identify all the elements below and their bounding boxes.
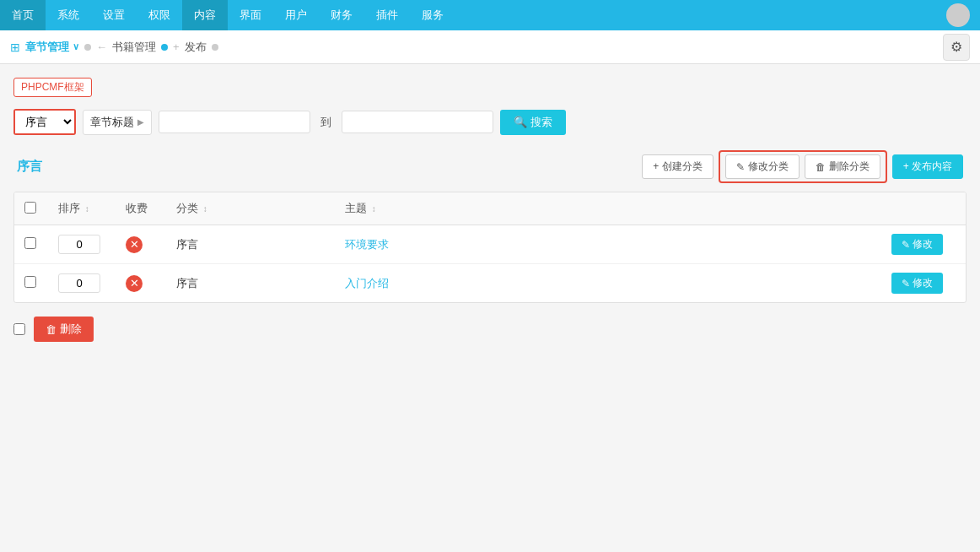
col-check-header	[14, 192, 48, 225]
nav-home[interactable]: 首页	[0, 0, 46, 30]
rank-input-1[interactable]	[58, 273, 100, 293]
nav-interface[interactable]: 界面	[228, 0, 273, 30]
breadcrumb-dot1	[84, 44, 91, 51]
sort-icon-rank: ↕	[85, 204, 89, 214]
row-edit-button-1[interactable]: ✎ 修改	[891, 273, 943, 294]
row-edit-label-1: 修改	[913, 276, 933, 290]
nav-content[interactable]: 内容	[182, 0, 228, 30]
create-category-label: + 创建分类	[653, 160, 702, 174]
col-category-label: 分类	[176, 202, 198, 214]
sort-icon-cat: ↕	[203, 204, 207, 214]
row-charge-cell: ✕	[116, 264, 166, 303]
col-subject-label: 主题	[345, 202, 367, 214]
field-arrow-icon: ▶	[137, 117, 144, 127]
bottom-bar: 🗑 删除	[13, 317, 967, 342]
publish-content-button[interactable]: + 发布内容	[892, 154, 963, 179]
top-navigation: 首页 系统 设置 权限 内容 界面 用户 财务 插件 服务	[0, 0, 980, 30]
row-edit-button-0[interactable]: ✎ 修改	[891, 234, 943, 255]
grid-icon: ⊞	[10, 41, 20, 54]
nav-services[interactable]: 服务	[410, 0, 455, 30]
back-icon[interactable]: ←	[96, 41, 107, 53]
row-category-text-0: 序言	[176, 238, 198, 251]
row-charge-cell: ✕	[116, 225, 166, 264]
field-select-label[interactable]: 章节标题 ▶	[83, 110, 152, 135]
col-rank-header[interactable]: 排序 ↕	[48, 192, 116, 225]
table-row: ✕ 序言 入门介绍 ✎ 修改	[14, 264, 966, 303]
trash-icon-bottom: 🗑	[46, 323, 57, 336]
row-subject-cell: 入门介绍	[335, 264, 881, 303]
charge-icon-0: ✕	[126, 236, 143, 253]
edit-icon-row-0: ✎	[902, 239, 910, 251]
batch-delete-button[interactable]: 🗑 删除	[34, 317, 94, 342]
search-from-input[interactable]	[159, 111, 310, 133]
category-select[interactable]: 序言 章节	[15, 111, 74, 133]
field-label-text: 章节标题	[90, 115, 134, 130]
trash-icon: 🗑	[816, 161, 826, 173]
search-to-input[interactable]	[342, 111, 493, 133]
breadcrumb-title-text: 章节管理	[25, 40, 69, 55]
edit-category-label: 修改分类	[748, 160, 789, 174]
col-category-header[interactable]: 分类 ↕	[166, 192, 335, 225]
framework-tag: PHPCMF框架	[13, 78, 92, 97]
breadcrumb-dot2	[161, 44, 168, 51]
chevron-down-icon: ∨	[73, 41, 79, 52]
breadcrumb: ⊞ 章节管理 ∨ ← 书籍管理 + 发布	[10, 40, 218, 55]
nav-users[interactable]: 用户	[273, 0, 319, 30]
table-row: ✕ 序言 环境要求 ✎ 修改	[14, 225, 966, 264]
row-category-cell: 序言	[166, 225, 335, 264]
nav-permissions[interactable]: 权限	[137, 0, 182, 30]
avatar	[946, 3, 970, 27]
col-rank-label: 排序	[58, 202, 80, 214]
col-subject-header[interactable]: 主题 ↕	[335, 192, 881, 225]
breadcrumb-book-manage[interactable]: 书籍管理	[112, 40, 156, 55]
table-body: ✕ 序言 环境要求 ✎ 修改 ✕	[14, 225, 966, 303]
settings-button[interactable]: ⚙	[943, 34, 970, 61]
delete-label: 删除	[60, 322, 82, 337]
row-checkbox-0[interactable]	[24, 237, 36, 249]
row-subject-link-1[interactable]: 入门介绍	[345, 277, 389, 290]
delete-category-button[interactable]: 🗑 删除分类	[805, 154, 880, 179]
rank-input-0[interactable]	[58, 235, 100, 254]
breadcrumb-chapter[interactable]: 章节管理 ∨	[25, 40, 79, 55]
search-label: 搜索	[530, 115, 552, 130]
breadcrumb-publish[interactable]: 发布	[185, 40, 207, 55]
create-category-button[interactable]: + 创建分类	[642, 154, 713, 179]
row-checkbox-cell	[14, 225, 48, 264]
row-checkbox-cell	[14, 264, 48, 303]
nav-finance[interactable]: 财务	[319, 0, 364, 30]
filter-row: 序言 章节 章节标题 ▶ 到 🔍 搜索	[13, 109, 967, 135]
row-rank-cell	[48, 264, 116, 303]
row-action-cell: ✎ 修改	[881, 225, 966, 264]
search-icon: 🔍	[514, 116, 527, 128]
row-category-text-1: 序言	[176, 277, 198, 290]
breadcrumb-plus: +	[173, 41, 180, 53]
select-all-checkbox[interactable]	[24, 202, 36, 214]
row-action-cell: ✎ 修改	[881, 264, 966, 303]
edit-category-button[interactable]: ✎ 修改分类	[725, 154, 800, 179]
row-category-cell: 序言	[166, 264, 335, 303]
content-table: 排序 ↕ 收费 分类 ↕ 主题 ↕	[14, 192, 966, 302]
delete-category-label: 删除分类	[829, 160, 870, 174]
nav-plugins[interactable]: 插件	[364, 0, 410, 30]
col-charge-label: 收费	[126, 202, 148, 214]
row-subject-link-0[interactable]: 环境要求	[345, 238, 389, 251]
section-title: 序言	[17, 159, 42, 175]
user-avatar-area[interactable]	[936, 0, 980, 30]
nav-settings[interactable]: 设置	[91, 0, 137, 30]
breadcrumb-dot3	[212, 44, 218, 51]
row-subject-cell: 环境要求	[335, 225, 881, 264]
cat-actions-group: ✎ 修改分类 🗑 删除分类	[719, 150, 887, 183]
nav-system[interactable]: 系统	[46, 0, 91, 30]
bottom-select-all-checkbox[interactable]	[13, 323, 25, 335]
edit-icon: ✎	[736, 161, 745, 173]
filter-select-wrapper: 序言 章节	[13, 109, 76, 135]
search-button[interactable]: 🔍 搜索	[500, 110, 566, 135]
row-checkbox-1[interactable]	[24, 276, 36, 288]
breadcrumb-bar: ⊞ 章节管理 ∨ ← 书籍管理 + 发布 ⚙	[0, 30, 980, 64]
content-table-wrapper: 排序 ↕ 收费 分类 ↕ 主题 ↕	[13, 192, 967, 303]
table-header-row: 排序 ↕ 收费 分类 ↕ 主题 ↕	[14, 192, 966, 225]
edit-icon-row-1: ✎	[902, 278, 910, 290]
section-actions: + 创建分类 ✎ 修改分类 🗑 删除分类 + 发布内容	[642, 150, 963, 183]
col-action-header	[881, 192, 966, 225]
main-content: PHPCMF框架 序言 章节 章节标题 ▶ 到 🔍 搜索 序言 + 创建分类	[0, 64, 980, 355]
